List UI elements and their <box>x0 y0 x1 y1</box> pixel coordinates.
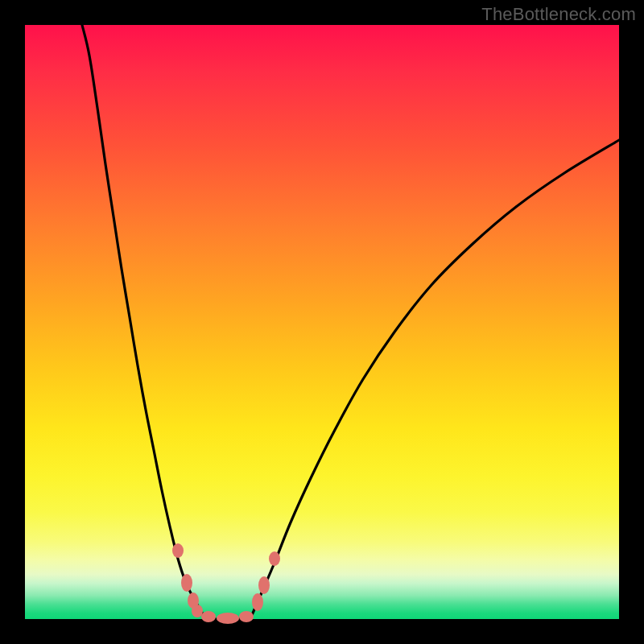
chart-frame: TheBottleneck.com <box>0 0 644 644</box>
plot-area <box>25 25 619 619</box>
data-marker <box>239 611 254 622</box>
bottleneck-curve <box>82 25 619 619</box>
data-marker <box>269 551 280 566</box>
data-marker <box>181 574 192 592</box>
data-marker <box>258 576 270 594</box>
marker-group <box>172 543 280 624</box>
data-marker <box>252 593 263 611</box>
chart-svg <box>25 25 619 619</box>
data-marker <box>217 613 239 624</box>
watermark-text: TheBottleneck.com <box>481 4 636 25</box>
data-marker <box>172 543 184 558</box>
data-marker <box>201 611 216 622</box>
data-marker <box>192 605 203 617</box>
curve-group <box>82 25 619 619</box>
